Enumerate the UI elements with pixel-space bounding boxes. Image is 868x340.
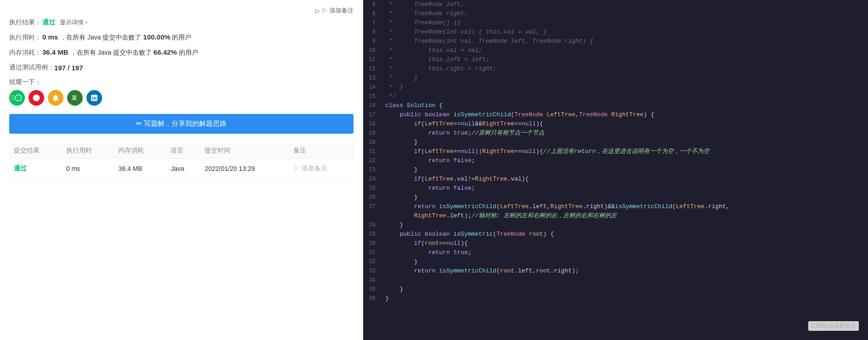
line-number-27a: 27 — [363, 202, 382, 211]
code-content-5: * TreeNode left; — [385, 0, 868, 9]
line-number-8: 8 — [363, 28, 382, 37]
table-row: 通过 0 ms 36.4 MB Java 2022/01/20 13:29 ▷ … — [9, 159, 354, 179]
line-number-23: 23 — [363, 165, 382, 175]
code-line-33: 33 return isSymmetricChild(root.left,roo… — [363, 266, 868, 276]
runtime-ms: 0 ms — [42, 33, 58, 41]
code-line-9: 9 * TreeNode(int val, TreeNode left, Tre… — [363, 37, 868, 46]
memory-beat-value: 66.42% — [154, 48, 177, 56]
execution-result-label: 执行结果： — [9, 18, 42, 27]
line-number-15: 15 — [363, 92, 382, 101]
col-header-memory: 内存消耗 — [114, 143, 166, 159]
col-header-language: 语言 — [166, 143, 200, 159]
code-content-10: * this.val = val; — [385, 46, 868, 55]
code-content-11: * this.left = left; — [385, 55, 868, 64]
csdn-watermark: CSDN @高邮吴少 — [808, 321, 859, 331]
code-content-27a: return isSymmetricChild(LeftTree.left,Ri… — [385, 202, 868, 211]
code-line-16: 16 class Solution { — [363, 101, 868, 110]
code-content-31: return true; — [385, 248, 868, 257]
code-line-28: 28 } — [363, 221, 868, 230]
line-number-14: 14 — [363, 83, 382, 92]
code-content-15: */ — [385, 92, 868, 101]
line-number-29: 29 — [363, 230, 382, 239]
code-content-16: class Solution { — [385, 101, 868, 110]
show-detail-link[interactable]: 显示详情 — [60, 18, 87, 27]
code-line-29: 29 public boolean isSymmetric(TreeNode r… — [363, 230, 868, 239]
line-number-32: 32 — [363, 257, 382, 266]
testcases-count: 197 / 197 — [54, 64, 83, 72]
bell-svg-icon — [51, 94, 60, 102]
left-panel: ▷ ▷ 添加备注 执行结果： 通过 显示详情 执行用时： 0 ms ，在所有 J… — [0, 0, 363, 340]
line-number-30: 30 — [363, 239, 382, 248]
code-line-8: 8 * TreeNode(int val) { this.val = val; … — [363, 28, 868, 37]
row-note[interactable]: ▷ 添加备注 — [289, 159, 354, 179]
line-number-9: 9 — [363, 37, 382, 46]
runtime-label: 执行用时： — [9, 34, 42, 42]
code-line-27a: 27 return isSymmetricChild(LeftTree.left… — [363, 202, 868, 211]
write-solution-button[interactable]: ✏ 写题解，分享我的解题思路 — [9, 114, 354, 134]
code-content-18: if(LeftTree==null&&RightTree==null){ — [385, 119, 868, 129]
line-number-20: 20 — [363, 138, 382, 147]
code-editor-panel[interactable]: 5 * TreeNode left; 6 * TreeNode right; 7… — [363, 0, 868, 340]
memory-mb: 36.4 MB — [42, 48, 69, 56]
code-content-12: * this.right = right; — [385, 64, 868, 74]
share-label: 炫耀一下： — [9, 78, 354, 86]
line-number-21: 21 — [363, 147, 382, 156]
col-header-time: 提交时间 — [200, 143, 289, 159]
runtime-value: 0 ms ，在所有 Java 提交中击败了 100.00% 的用户 — [42, 33, 191, 42]
show-detail-text: 显示详情 — [60, 19, 84, 26]
memory-beat-prefix: ，在所有 Java 提交中击败了 — [70, 49, 152, 56]
line-number-33: 33 — [363, 266, 382, 276]
memory-row: 内存消耗： 36.4 MB ，在所有 Java 提交中击败了 66.42% 的用… — [9, 48, 354, 57]
execution-result-row: 执行结果： 通过 显示详情 — [9, 18, 354, 27]
csdn-watermark-text: CSDN @高邮吴少 — [811, 323, 856, 329]
code-line-14: 14 * } — [363, 83, 868, 92]
share-section: 炫耀一下：  微 豆 — [9, 78, 354, 106]
line-number-13: 13 — [363, 74, 382, 83]
runtime-beat-prefix: ，在所有 Java 提交中击败了 — [60, 34, 141, 41]
write-solution-icon: ✏ — [136, 119, 142, 127]
linkedin-svg-icon — [90, 94, 98, 102]
line-number-24: 24 — [363, 175, 382, 184]
code-line-32: 32 } — [363, 257, 868, 266]
line-number-25: 25 — [363, 184, 382, 193]
code-line-23: 23 } — [363, 165, 868, 175]
line-number-12: 12 — [363, 64, 382, 74]
row-language: Java — [166, 159, 200, 179]
douban-share-button[interactable]: 豆 — [67, 90, 83, 106]
douban-svg-icon: 豆 — [71, 94, 79, 102]
svg-text:豆: 豆 — [72, 95, 77, 101]
code-content-23: } — [385, 165, 868, 175]
code-line-12: 12 * this.right = right; — [363, 64, 868, 74]
line-number-10: 10 — [363, 46, 382, 55]
code-line-26: 26 } — [363, 193, 868, 202]
runtime-row: 执行用时： 0 ms ，在所有 Java 提交中击败了 100.00% 的用户 — [9, 33, 354, 42]
add-note-top-button[interactable]: ▷ ▷ 添加备注 — [315, 6, 354, 15]
bell-share-button[interactable] — [48, 90, 63, 106]
line-number-5: 5 — [363, 0, 382, 9]
code-line-6: 6 * TreeNode right; — [363, 9, 868, 18]
linkedin-share-button[interactable] — [86, 90, 102, 106]
code-content-35: } — [385, 285, 868, 294]
code-line-18: 18 if(LeftTree==null&&RightTree==null){ — [363, 119, 868, 129]
code-line-22: 22 return false; — [363, 156, 868, 165]
social-icons-row:  微 豆 — [9, 90, 354, 106]
code-content-6: * TreeNode right; — [385, 9, 868, 18]
col-header-result: 提交结果 — [9, 143, 62, 159]
code-line-5: 5 * TreeNode left; — [363, 0, 868, 9]
code-line-36: 36 } — [363, 294, 868, 303]
wechat-share-button[interactable]:  — [9, 90, 25, 106]
memory-beat-suffix: 的用户 — [179, 49, 198, 56]
memory-label: 内存消耗： — [9, 49, 42, 57]
line-number-6: 6 — [363, 9, 382, 18]
line-number-18: 18 — [363, 119, 382, 129]
line-number-35: 35 — [363, 285, 382, 294]
code-line-25: 25 return false; — [363, 184, 868, 193]
row-time: 2022/01/20 13:29 — [200, 159, 289, 179]
line-number-17: 17 — [363, 110, 382, 119]
code-line-35: 35 } — [363, 285, 868, 294]
code-line-17: 17 public boolean isSymmetricChild(TreeN… — [363, 110, 868, 119]
submission-table-body: 通过 0 ms 36.4 MB Java 2022/01/20 13:29 ▷ … — [9, 159, 354, 179]
line-number-36: 36 — [363, 294, 382, 303]
weibo-share-button[interactable]: 微 — [29, 90, 44, 106]
svg-text:微: 微 — [34, 96, 39, 100]
